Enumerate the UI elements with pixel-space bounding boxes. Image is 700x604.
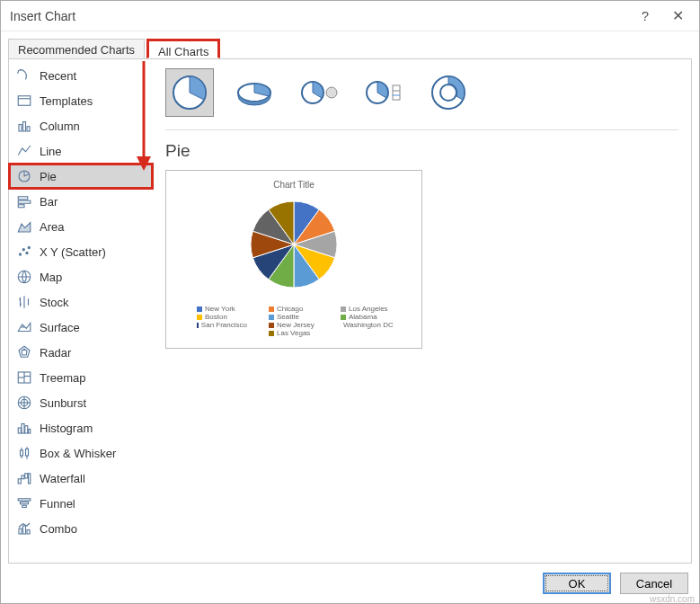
sidebar-item-label: Waterfall bbox=[40, 472, 85, 485]
treemap-icon bbox=[16, 369, 32, 386]
sidebar-item-label: Surface bbox=[40, 321, 80, 334]
sidebar-item-column[interactable]: Column bbox=[9, 113, 153, 138]
sidebar-item-map[interactable]: Map bbox=[9, 264, 153, 289]
legend-swatch bbox=[341, 315, 346, 320]
legend-label: Boston bbox=[205, 313, 227, 321]
legend-label: San Francisco bbox=[201, 321, 247, 329]
sidebar-item-waterfall[interactable]: Waterfall bbox=[9, 466, 153, 491]
sidebar-item-sunburst[interactable]: Sunburst bbox=[9, 390, 153, 415]
legend-swatch bbox=[197, 306, 202, 312]
sidebar-item-surface[interactable]: Surface bbox=[9, 315, 153, 340]
sidebar-item-scatter[interactable]: X Y (Scatter) bbox=[9, 239, 153, 264]
legend-item: New York bbox=[197, 305, 247, 313]
legend-swatch bbox=[341, 306, 346, 312]
legend-item: Los Angeles bbox=[341, 305, 391, 313]
svg-rect-9 bbox=[18, 200, 31, 203]
box-whisker-icon bbox=[16, 445, 32, 461]
area-icon bbox=[16, 218, 32, 235]
svg-rect-8 bbox=[18, 197, 28, 200]
surface-icon bbox=[16, 319, 32, 335]
sidebar-item-label: Histogram bbox=[40, 422, 93, 435]
sidebar-item-pie[interactable]: Pie bbox=[9, 164, 153, 189]
insert-chart-dialog: Insert Chart ? ✕ Recommended Charts All … bbox=[0, 0, 700, 604]
svg-rect-6 bbox=[27, 127, 30, 131]
sidebar-item-radar[interactable]: Radar bbox=[9, 340, 153, 365]
sidebar-item-label: Stock bbox=[40, 296, 69, 309]
svg-marker-22 bbox=[22, 349, 27, 355]
legend-item: New Jersey bbox=[269, 321, 319, 329]
legend-swatch bbox=[269, 306, 274, 312]
subtype-3d-pie[interactable] bbox=[230, 68, 279, 117]
dialog-footer: OK Cancel bbox=[1, 564, 699, 603]
sunburst-icon bbox=[16, 395, 32, 411]
legend-label: Alabama bbox=[349, 313, 377, 321]
legend-label: New Jersey bbox=[277, 321, 315, 329]
legend-label: Chicago bbox=[277, 305, 303, 313]
legend-item: Washington DC bbox=[341, 321, 391, 329]
chart-preview[interactable]: Chart Title New YorkChicagoLos AngelesBo… bbox=[165, 170, 422, 349]
sidebar-item-templates[interactable]: Templates bbox=[9, 88, 153, 113]
legend-label: Las Vegas bbox=[277, 329, 310, 337]
cancel-button[interactable]: Cancel bbox=[620, 573, 688, 594]
histogram-icon bbox=[16, 420, 32, 436]
sidebar-item-label: Sunburst bbox=[40, 396, 86, 410]
sidebar-item-funnel[interactable]: Funnel bbox=[9, 491, 153, 516]
funnel-icon bbox=[16, 495, 32, 511]
subtype-doughnut[interactable] bbox=[424, 68, 473, 117]
subtype-pie-of-pie[interactable] bbox=[295, 68, 343, 117]
legend-swatch bbox=[197, 323, 199, 328]
sidebar-item-line[interactable]: Line bbox=[9, 138, 153, 164]
sidebar-item-box-whisker[interactable]: Box & Whisker bbox=[9, 440, 153, 466]
sidebar-item-label: Treemap bbox=[40, 371, 86, 385]
svg-point-11 bbox=[19, 253, 21, 255]
sidebar-item-label: Funnel bbox=[40, 497, 75, 511]
svg-point-54 bbox=[326, 87, 337, 98]
chart-type-list: Recent Templates Column Line Pie Bar bbox=[9, 59, 153, 563]
sidebar-item-treemap[interactable]: Treemap bbox=[9, 365, 153, 390]
sidebar-item-bar[interactable]: Bar bbox=[9, 189, 153, 214]
svg-rect-5 bbox=[23, 122, 26, 132]
sidebar-item-label: Map bbox=[40, 271, 62, 284]
svg-point-12 bbox=[22, 249, 24, 251]
subtype-bar-of-pie[interactable] bbox=[359, 68, 408, 117]
svg-rect-46 bbox=[21, 502, 29, 504]
watermark: wsxdn.com bbox=[650, 594, 695, 604]
dialog-title: Insert Chart bbox=[10, 9, 629, 23]
sidebar-item-label: Line bbox=[40, 145, 62, 158]
ok-button[interactable]: OK bbox=[543, 573, 611, 594]
close-button[interactable]: ✕ bbox=[661, 7, 694, 24]
sidebar-item-label: Radar bbox=[40, 346, 71, 360]
sidebar-item-recent[interactable]: Recent bbox=[9, 63, 153, 88]
svg-rect-38 bbox=[26, 449, 29, 457]
preview-title: Chart Title bbox=[173, 180, 414, 190]
sidebar-item-label: Area bbox=[40, 220, 64, 234]
legend-item: San Francisco bbox=[197, 321, 247, 329]
svg-rect-32 bbox=[22, 424, 24, 434]
subtype-row bbox=[165, 68, 678, 117]
legend-item: Las Vegas bbox=[269, 329, 319, 337]
sidebar-item-label: X Y (Scatter) bbox=[40, 245, 106, 259]
sidebar-item-stock[interactable]: Stock bbox=[9, 289, 153, 315]
bar-icon bbox=[16, 193, 32, 209]
subtype-pie[interactable] bbox=[165, 68, 214, 117]
svg-point-14 bbox=[28, 246, 30, 248]
svg-rect-35 bbox=[21, 450, 23, 456]
sidebar-item-label: Pie bbox=[40, 170, 57, 183]
svg-rect-31 bbox=[18, 428, 21, 433]
svg-rect-47 bbox=[22, 505, 27, 507]
help-button[interactable]: ? bbox=[629, 8, 661, 23]
sidebar-item-histogram[interactable]: Histogram bbox=[9, 415, 153, 440]
svg-rect-49 bbox=[23, 526, 26, 534]
tab-all-charts[interactable]: All Charts bbox=[146, 39, 220, 58]
tab-recommended-charts[interactable]: Recommended Charts bbox=[8, 39, 145, 58]
line-icon bbox=[16, 143, 32, 159]
sidebar-item-area[interactable]: Area bbox=[9, 214, 153, 239]
svg-point-13 bbox=[26, 252, 28, 253]
legend-item: Alabama bbox=[341, 313, 391, 321]
legend-label: Seattle bbox=[277, 313, 299, 321]
sidebar-item-combo[interactable]: Combo bbox=[9, 516, 153, 541]
combo-icon bbox=[16, 520, 32, 537]
preview-legend: New YorkChicagoLos AngelesBostonSeattleA… bbox=[173, 305, 414, 337]
svg-rect-33 bbox=[25, 426, 28, 433]
svg-rect-4 bbox=[19, 125, 22, 132]
